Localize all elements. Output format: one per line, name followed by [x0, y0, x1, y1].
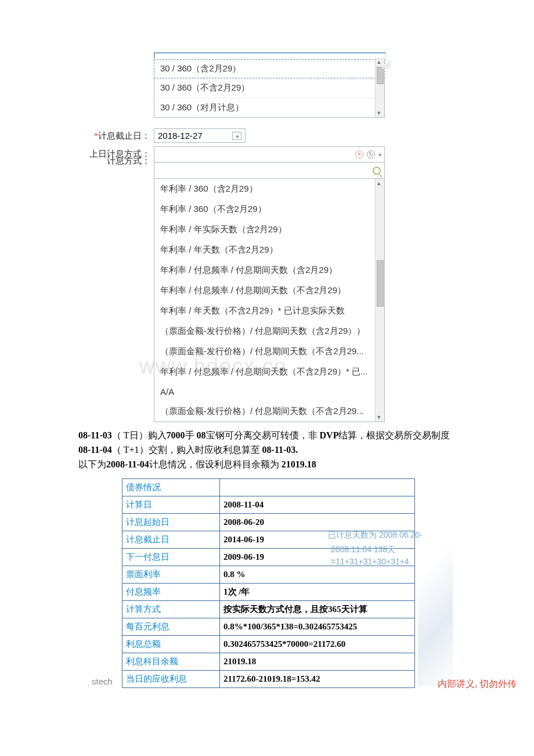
prev-day-method-listbox[interactable]: 年利率 / 360（含2月29） 年利率 / 360（不含2月29） 年利率 /…	[154, 179, 385, 422]
list-item[interactable]: 年利率 / 付息频率 / 付息期间天数（不含2月29）* 已...	[154, 362, 384, 382]
interest-method-selected[interactable]: 30 / 360（含2月29）	[154, 59, 385, 78]
list-item[interactable]: 30 / 360（不含2月29）	[154, 78, 384, 98]
table-row: 计算方式按实际天数方式付息，且按365天计算	[122, 601, 415, 618]
dropdown-search-input[interactable]	[158, 166, 373, 175]
page-corner-fold	[381, 59, 391, 69]
table-row: 付息频率1次 /年	[122, 584, 415, 601]
prev-day-method-input[interactable]: × ▾	[154, 146, 385, 163]
list-item[interactable]: （票面金额-发行价格）/ 付息期间天数（不含2月29...	[154, 401, 384, 422]
refresh-icon[interactable]	[367, 150, 375, 159]
interest-method-listbox[interactable]: 30 / 360（不含2月29） 30 / 360（对月计息）	[154, 78, 385, 118]
table-row: 下一付息日2009-06-19	[122, 549, 415, 566]
bond-table-header: 债券情况	[122, 479, 220, 496]
clear-icon[interactable]: ×	[355, 150, 363, 159]
body-paragraph: 08-11-03（ T日）购入7000手 08宝钢可分离交易可转债，非 DVP结…	[78, 429, 456, 471]
list-item[interactable]: 30 / 360（对月计息）	[154, 98, 384, 117]
list-item[interactable]: 年利率 / 付息频率 / 付息期间天数（含2月29）	[154, 260, 384, 280]
table-row: 计算日2008-11-04	[122, 496, 415, 514]
list-item[interactable]: 年利率 / 360（不含2月29）	[154, 199, 384, 219]
label-interest-end-date: *计息截止日：	[78, 128, 154, 143]
scrollbar[interactable]	[375, 179, 384, 422]
dropdown-search-row[interactable]	[154, 163, 385, 179]
search-icon[interactable]	[373, 167, 381, 175]
chevron-down-icon[interactable]: ▾	[378, 152, 381, 158]
list-item[interactable]: A/A	[154, 382, 384, 401]
list-item[interactable]: 年利率 / 年天数（不含2月29）* 已计息实际天数	[154, 301, 384, 321]
table-row: 利息总额0.302465753425*70000=21172.60	[122, 636, 415, 653]
table-row: 利息科目余额21019.18	[122, 653, 415, 671]
list-item[interactable]: 年利率 / 年实际天数（含2月29）	[154, 219, 384, 240]
table-row: 当日的应收利息21172.60-21019.18=153.42	[122, 671, 415, 688]
label-prev-day-method: 上日计息方式：	[78, 146, 154, 422]
list-item[interactable]: 年利率 / 360（含2月29）	[154, 179, 384, 199]
table-row: 每百元利息0.8%*100/365*138=0.302465753425	[122, 618, 415, 636]
bond-info-table: 债券情况 计算日2008-11-04 计息起始日2008-06-20 计息截止日…	[122, 478, 415, 688]
list-item[interactable]: （票面金额-发行价格）/ 付息期间天数（含2月29））	[154, 321, 384, 341]
footer-left: stech	[92, 676, 113, 686]
list-item[interactable]: 年利率 / 年天数（不含2月29）	[154, 240, 384, 260]
side-shade	[418, 478, 453, 686]
footer-right-stamp: 内部讲义, 切勿外传	[438, 678, 517, 690]
list-item[interactable]: （票面金额-发行价格）/ 付息期间天数（不含2月29...	[154, 341, 384, 362]
table-row: 票面利率0.8 %	[122, 566, 415, 584]
interest-end-date-input[interactable]: 2018-12-27	[154, 128, 246, 143]
table-row: 计息截止日2014-06-19	[122, 531, 415, 549]
label-interest-method: 计息方式：	[78, 153, 154, 167]
table-row: 计息起始日2008-06-20	[122, 514, 415, 531]
calendar-icon[interactable]	[232, 132, 241, 140]
list-item[interactable]: 年利率 / 付息频率 / 付息期间天数（不含2月29）	[154, 280, 384, 301]
